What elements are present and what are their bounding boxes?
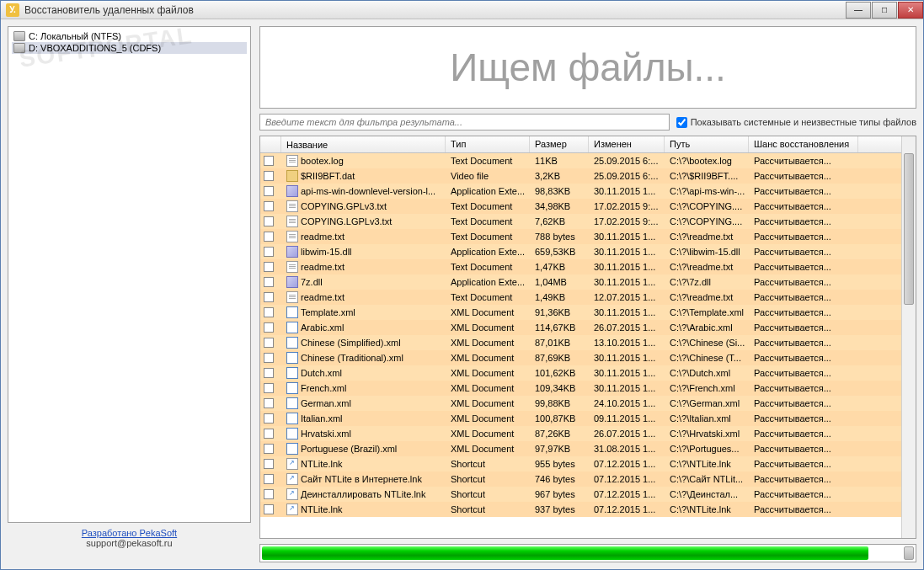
show-system-label: Показывать системные и неизвестные типы … [691,117,916,127]
table-row[interactable]: French.xmlXML Document109,34KB30.11.2015… [260,381,901,396]
table-row[interactable]: bootex.logText Document11KB25.09.2015 6:… [260,153,901,168]
table-row[interactable]: readme.txtText Document1,47KB30.11.2015 … [260,259,901,274]
file-type: XML Document [446,443,530,455]
file-chance: Рассчитывается... [749,246,858,258]
table-row[interactable]: Chinese (Simplified).xmlXML Document87,0… [260,335,901,350]
col-name[interactable]: Название [281,136,446,152]
row-checkbox[interactable] [264,171,274,181]
developer-link[interactable]: Разработано PekaSoft [82,528,177,538]
row-checkbox[interactable] [264,262,274,272]
table-row[interactable]: Hrvatski.xmlXML Document87,26KB26.07.201… [260,426,901,441]
col-type[interactable]: Тип [446,136,530,152]
progress-fill [262,546,868,560]
file-type: Video file [446,170,530,182]
drive-item[interactable]: C: Локальный (NTFS) [12,30,247,42]
row-checkbox[interactable] [264,504,274,514]
show-system-checkbox-row[interactable]: Показывать системные и неизвестные типы … [676,117,916,128]
table-row[interactable]: Dutch.xmlXML Document101,62KB30.11.2015 … [260,365,901,381]
file-modified: 17.02.2015 9:... [589,216,665,227]
row-checkbox[interactable] [264,292,274,302]
file-path: C:\?\Italian.xml [665,413,749,424]
row-checkbox[interactable] [264,368,274,378]
file-icon [286,428,298,439]
col-chance[interactable]: Шанс восстановления [749,136,858,152]
file-type: XML Document [446,352,530,364]
row-checkbox[interactable] [264,338,274,348]
app-window: У. Восстановитель удаленных файлов — □ ✕… [0,0,924,570]
file-icon [286,306,298,318]
show-system-checkbox[interactable] [676,117,687,128]
table-row[interactable]: readme.txtText Document788 bytes30.11.20… [260,229,901,244]
table-row[interactable]: German.xmlXML Document99,88KB24.10.2015 … [260,396,901,411]
file-modified: 09.11.2015 1... [589,413,665,424]
table-row[interactable]: COPYING.LGPLv3.txtText Document7,62KB17.… [260,214,901,229]
file-icon [286,488,298,500]
row-checkbox[interactable] [264,489,274,499]
table-row[interactable]: NTLite.lnkShortcut937 bytes07.12.2015 1.… [260,502,901,517]
table-row[interactable]: COPYING.GPLv3.txtText Document34,98KB17.… [260,199,901,214]
table-row[interactable]: Italian.xmlXML Document100,87KB09.11.201… [260,411,901,426]
row-checkbox[interactable] [264,429,274,439]
file-icon [286,443,298,455]
row-checkbox[interactable] [264,444,274,454]
table-row[interactable]: Portuguese (Brazil).xmlXML Document97,97… [260,441,901,456]
file-table: Название Тип Размер Изменен Путь Шанс во… [259,136,916,539]
drive-tree[interactable]: C: Локальный (NTFS)D: VBOXADDITIONS_5 (C… [8,26,251,523]
row-checkbox[interactable] [264,156,274,166]
col-path[interactable]: Путь [665,136,749,152]
file-modified: 07.12.2015 1... [589,488,665,500]
vertical-scrollbar[interactable] [901,136,916,538]
table-row[interactable]: 7z.dllApplication Exte...1,04MB30.11.201… [260,274,901,290]
progress-bar [259,544,916,562]
file-icon [286,503,298,515]
col-size[interactable]: Размер [530,136,589,152]
row-checkbox[interactable] [264,216,274,226]
col-modified[interactable]: Изменен [589,136,665,152]
row-checkbox[interactable] [264,353,274,363]
row-checkbox[interactable] [264,474,274,484]
file-modified: 30.11.2015 1... [589,352,665,364]
filter-input[interactable] [259,114,670,131]
file-chance: Рассчитывается... [749,170,858,182]
scrollbar-thumb[interactable] [904,153,914,305]
file-modified: 07.12.2015 1... [589,473,665,485]
table-row[interactable]: Сайт NTLite в Интернете.lnkShortcut746 b… [260,471,901,487]
row-checkbox[interactable] [264,307,274,317]
table-row[interactable]: $RII9BFT.datVideo file3,2KB25.09.2015 6:… [260,168,901,184]
file-modified: 30.11.2015 1... [589,185,665,197]
file-type: Text Document [446,216,530,227]
file-path: C:\?\readme.txt [665,231,749,242]
table-row[interactable]: readme.txtText Document1,49KB12.07.2015 … [260,290,901,305]
file-name: Chinese (Traditional).xml [301,353,403,363]
file-type: Text Document [446,155,530,167]
row-checkbox[interactable] [264,413,274,424]
maximize-button[interactable]: □ [872,2,897,19]
row-checkbox[interactable] [264,459,274,469]
app-icon: У. [6,3,19,17]
table-row[interactable]: Arabic.xmlXML Document114,67KB26.07.2015… [260,320,901,335]
row-checkbox[interactable] [264,322,274,333]
row-checkbox[interactable] [264,247,274,257]
file-modified: 07.12.2015 1... [589,503,665,515]
table-row[interactable]: NTLite.lnkShortcut955 bytes07.12.2015 1.… [260,456,901,471]
row-checkbox[interactable] [264,186,274,196]
row-checkbox[interactable] [264,277,274,287]
file-size: 91,36KB [530,306,589,318]
table-row[interactable]: api-ms-win-downlevel-version-l...Applica… [260,184,901,199]
row-checkbox[interactable] [264,232,274,242]
table-row[interactable]: Деинсталлировать NTLite.lnkShortcut967 b… [260,487,901,502]
table-row[interactable]: Chinese (Traditional).xmlXML Document87,… [260,350,901,365]
drive-item[interactable]: D: VBOXADDITIONS_5 (CDFS) [12,42,247,54]
file-chance: Рассчитывается... [749,367,858,379]
minimize-button[interactable]: — [846,2,871,19]
table-row[interactable]: libwim-15.dllApplication Exte...659,53KB… [260,244,901,259]
file-path: C:\?\Portugues... [665,443,749,455]
file-modified: 31.08.2015 1... [589,443,665,455]
titlebar[interactable]: У. Восстановитель удаленных файлов — □ ✕ [1,1,923,19]
row-checkbox[interactable] [264,383,274,393]
close-button[interactable]: ✕ [898,2,923,19]
row-checkbox[interactable] [264,398,274,408]
row-checkbox[interactable] [264,201,274,211]
table-row[interactable]: Template.xmlXML Document91,36KB30.11.201… [260,305,901,320]
file-icon [286,185,298,197]
